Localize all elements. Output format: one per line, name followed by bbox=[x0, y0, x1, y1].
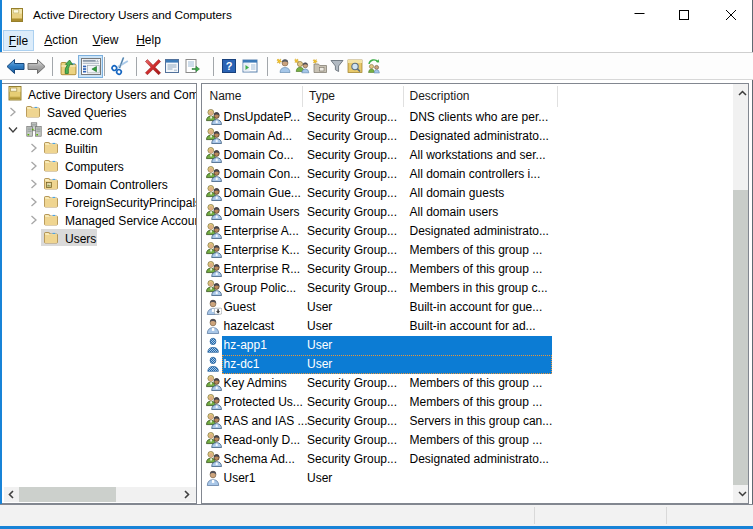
svg-text:?: ? bbox=[226, 60, 233, 72]
